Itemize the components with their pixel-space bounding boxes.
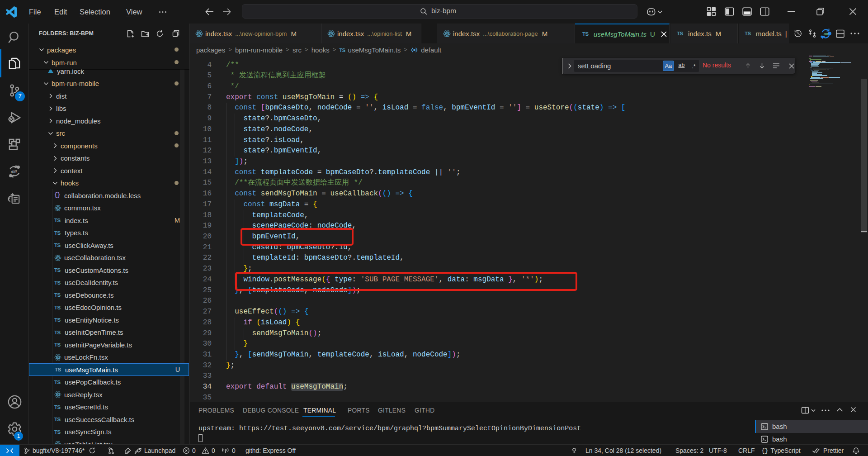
svg-text:diff: diff [11, 170, 17, 174]
svg-text:diff: diff [824, 33, 829, 36]
